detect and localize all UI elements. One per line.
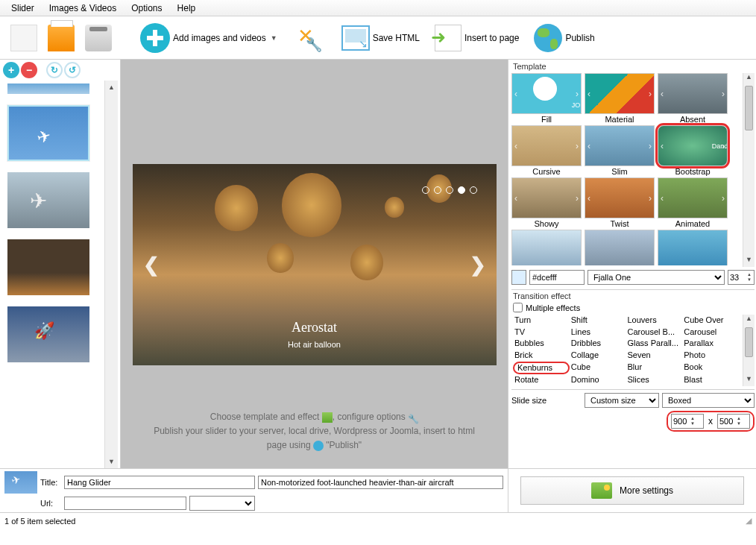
scroll-up-icon[interactable]: ▲ bbox=[743, 73, 755, 84]
scroll-down-icon[interactable]: ▼ bbox=[105, 455, 118, 468]
spin-up-icon[interactable]: ▲ bbox=[745, 272, 754, 277]
open-button[interactable] bbox=[43, 19, 79, 57]
color-swatch[interactable] bbox=[511, 270, 526, 285]
url-input[interactable] bbox=[64, 497, 186, 510]
scroll-track[interactable] bbox=[105, 94, 118, 455]
template-scrollbar[interactable]: ▲ ▼ bbox=[743, 73, 755, 267]
effect-shift[interactable]: Shift bbox=[570, 315, 626, 327]
size-box-select[interactable]: Boxed bbox=[662, 393, 755, 408]
effect-book[interactable]: Book bbox=[682, 362, 739, 375]
font-select[interactable]: Fjalla One bbox=[588, 270, 725, 285]
template-bootstrap[interactable]: ‹›Bootstrap bbox=[658, 125, 728, 176]
thumbnail-item[interactable] bbox=[7, 172, 89, 228]
scroll-down-icon[interactable]: ▼ bbox=[743, 375, 755, 386]
effect-turn[interactable]: Turn bbox=[513, 315, 570, 327]
height-input[interactable] bbox=[718, 417, 734, 426]
dot[interactable] bbox=[434, 186, 441, 194]
effect-photo[interactable]: Photo bbox=[682, 350, 739, 362]
rotate-cw-button[interactable]: ↻ bbox=[46, 62, 63, 78]
spin-up-icon[interactable]: ▲ bbox=[688, 416, 697, 421]
effect-lines[interactable]: Lines bbox=[570, 327, 626, 338]
multiple-effects-checkbox[interactable]: Multiple effects bbox=[513, 303, 755, 312]
effect-rotate[interactable]: Rotate bbox=[513, 374, 570, 386]
fontsize-input[interactable] bbox=[728, 273, 745, 282]
dot-active[interactable] bbox=[458, 186, 465, 194]
insert-to-page-button[interactable]: Insert to page bbox=[430, 19, 523, 57]
effect-louvers[interactable]: Louvers bbox=[626, 315, 683, 327]
menu-help[interactable]: Help bbox=[170, 1, 204, 16]
width-input[interactable] bbox=[672, 417, 688, 426]
menu-images-videos[interactable]: Images & Videos bbox=[42, 1, 125, 16]
dot[interactable] bbox=[446, 186, 453, 194]
effect-slices[interactable]: Slices bbox=[626, 374, 683, 386]
effect-seven[interactable]: Seven bbox=[626, 350, 683, 362]
template-item[interactable] bbox=[511, 230, 582, 265]
preview-next-button[interactable]: ❯ bbox=[470, 253, 486, 277]
template-twist[interactable]: ‹›Twist bbox=[585, 177, 655, 228]
spin-down-icon[interactable]: ▼ bbox=[688, 421, 697, 426]
effect-bubbles[interactable]: Bubbles bbox=[513, 338, 570, 350]
resize-grip-icon[interactable]: ◢ bbox=[746, 516, 752, 526]
fontsize-spinner[interactable]: ▲▼ bbox=[728, 270, 755, 285]
effects-scrollbar[interactable]: ▲ ▼ bbox=[743, 315, 755, 386]
remove-slide-button[interactable]: − bbox=[21, 62, 37, 78]
publish-button[interactable]: Publish bbox=[529, 19, 599, 57]
scroll-handle[interactable] bbox=[745, 86, 753, 130]
url-target-select[interactable] bbox=[189, 496, 255, 511]
thumbnail-scrollbar[interactable]: ▲ ▼ bbox=[104, 81, 118, 468]
add-images-button[interactable]: Add images and videos ▼ bbox=[136, 19, 282, 57]
template-animated[interactable]: ‹›Animated bbox=[658, 177, 728, 228]
thumbnail-item-selected[interactable] bbox=[7, 105, 89, 161]
template-item[interactable] bbox=[585, 230, 655, 265]
height-spinner[interactable]: ▲▼ bbox=[717, 414, 750, 429]
effect-dribbles[interactable]: Dribbles bbox=[570, 338, 626, 350]
thumbnail-item[interactable] bbox=[7, 239, 89, 295]
effect-cubeover[interactable]: Cube Over bbox=[682, 315, 739, 327]
effect-collage[interactable]: Collage bbox=[570, 350, 626, 362]
dot[interactable] bbox=[470, 186, 477, 194]
effect-carousel[interactable]: Carousel bbox=[682, 327, 739, 338]
dot[interactable] bbox=[422, 186, 429, 194]
size-mode-select[interactable]: Custom size bbox=[585, 393, 659, 408]
effect-parallax[interactable]: Parallax bbox=[682, 338, 739, 350]
template-fill[interactable]: ‹›Fill bbox=[511, 73, 582, 124]
thumbnail-item[interactable] bbox=[7, 84, 89, 94]
effect-kenburns[interactable]: Kenburns bbox=[513, 362, 570, 375]
width-spinner[interactable]: ▲▼ bbox=[671, 414, 704, 429]
new-button[interactable] bbox=[6, 19, 42, 57]
template-absent[interactable]: ‹›Absent bbox=[658, 73, 728, 124]
checkbox-input[interactable] bbox=[513, 303, 523, 312]
description-input[interactable] bbox=[258, 476, 503, 489]
effect-cube[interactable]: Cube bbox=[570, 362, 626, 375]
effect-tv[interactable]: TV bbox=[513, 327, 570, 338]
template-item[interactable] bbox=[658, 230, 728, 265]
save-project-button[interactable] bbox=[81, 19, 116, 57]
scroll-up-icon[interactable]: ▲ bbox=[105, 81, 118, 94]
effect-blur[interactable]: Blur bbox=[626, 362, 683, 375]
add-slide-button[interactable]: + bbox=[3, 62, 19, 78]
template-material[interactable]: ‹›Material bbox=[585, 73, 655, 124]
effect-glassparall[interactable]: Glass Parall... bbox=[626, 338, 683, 350]
scroll-down-icon[interactable]: ▼ bbox=[743, 256, 755, 267]
effect-domino[interactable]: Domino bbox=[570, 374, 626, 386]
color-input[interactable] bbox=[529, 270, 585, 285]
spin-up-icon[interactable]: ▲ bbox=[734, 416, 743, 421]
template-showy[interactable]: ‹›Showy bbox=[511, 177, 582, 228]
thumbnail-item[interactable] bbox=[7, 306, 89, 362]
spin-down-icon[interactable]: ▼ bbox=[745, 277, 754, 283]
spin-down-icon[interactable]: ▼ bbox=[734, 421, 743, 426]
rotate-ccw-button[interactable]: ↺ bbox=[64, 62, 81, 78]
options-button[interactable] bbox=[291, 19, 327, 57]
preview-prev-button[interactable]: ❮ bbox=[143, 253, 160, 277]
menu-slider[interactable]: Slider bbox=[4, 1, 42, 16]
effect-carouselb[interactable]: Carousel B... bbox=[626, 327, 683, 338]
title-input[interactable] bbox=[64, 476, 255, 489]
more-settings-button[interactable]: More settings bbox=[520, 476, 744, 505]
template-slim[interactable]: ‹›Slim bbox=[585, 125, 655, 176]
dropdown-arrow-icon[interactable]: ▼ bbox=[271, 34, 277, 42]
menu-options[interactable]: Options bbox=[124, 1, 169, 16]
effect-brick[interactable]: Brick bbox=[513, 350, 570, 362]
scroll-up-icon[interactable]: ▲ bbox=[743, 315, 755, 326]
effect-blast[interactable]: Blast bbox=[682, 374, 739, 386]
template-cursive[interactable]: ‹›Cursive bbox=[511, 125, 582, 176]
